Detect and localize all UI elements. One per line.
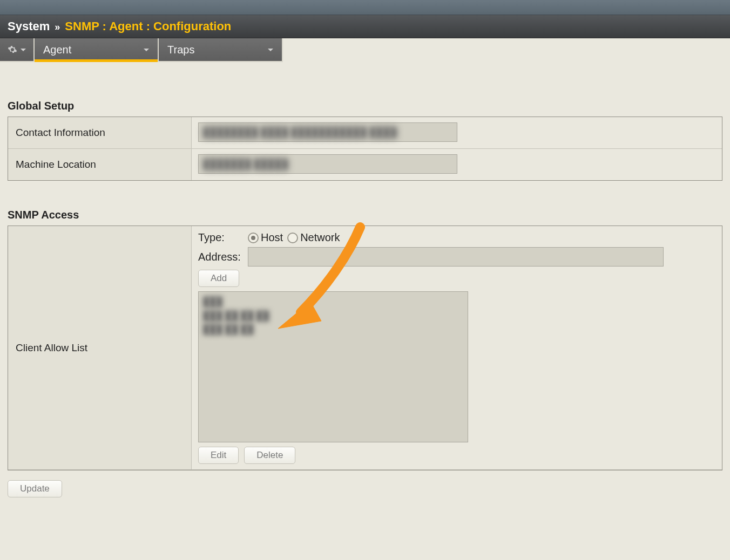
field-label: Machine Location <box>8 149 192 180</box>
delete-button[interactable]: Delete <box>244 447 295 464</box>
row-client-allow-list: Client Allow List Type: Host Network Add… <box>8 226 722 470</box>
contact-information-input[interactable]: ████████ ████ ███████████ ████ <box>198 122 457 142</box>
window-top-bar <box>0 0 730 15</box>
add-button[interactable]: Add <box>198 270 239 287</box>
update-button[interactable]: Update <box>8 480 62 497</box>
chevron-down-icon <box>21 49 26 51</box>
gear-icon <box>8 45 17 54</box>
list-item[interactable]: ███ <box>203 295 463 309</box>
tab-settings-menu[interactable] <box>0 38 35 62</box>
edit-button[interactable]: Edit <box>198 447 239 464</box>
tab-traps[interactable]: Traps <box>159 38 283 62</box>
address-label: Address: <box>198 251 248 263</box>
chevron-down-icon <box>144 49 149 51</box>
breadcrumb-separator: » <box>55 22 60 32</box>
breadcrumb-prefix: System <box>8 19 50 33</box>
radio-type-host[interactable] <box>248 233 259 243</box>
client-allow-listbox[interactable]: ███ ███ ██ ██ ██ ███ ██ ██ <box>198 291 468 442</box>
section-title-global-setup: Global Setup <box>8 100 722 112</box>
field-label: Client Allow List <box>8 226 192 469</box>
list-item[interactable]: ███ ██ ██ <box>203 323 463 337</box>
type-label: Type: <box>198 231 248 244</box>
radio-label-network: Network <box>300 231 340 244</box>
tab-agent[interactable]: Agent <box>35 38 159 62</box>
chevron-down-icon <box>268 49 273 51</box>
field-label: Contact Information <box>8 117 192 148</box>
tab-strip: Agent Traps <box>0 38 730 62</box>
list-item[interactable]: ███ ██ ██ ██ <box>203 309 463 323</box>
radio-label-host: Host <box>261 231 283 244</box>
row-contact-information: Contact Information ████████ ████ ██████… <box>8 117 722 149</box>
address-row: Address: <box>198 247 715 267</box>
panel-global-setup: Contact Information ████████ ████ ██████… <box>8 117 722 181</box>
panel-snmp-access: Client Allow List Type: Host Network Add… <box>8 226 722 470</box>
section-title-snmp-access: SNMP Access <box>8 209 722 221</box>
tab-label: Traps <box>167 44 194 56</box>
type-row: Type: Host Network <box>198 231 715 244</box>
address-input[interactable] <box>248 247 664 267</box>
tab-label: Agent <box>43 44 71 56</box>
breadcrumb: System » SNMP : Agent : Configuration <box>0 15 730 38</box>
breadcrumb-path: SNMP : Agent : Configuration <box>65 19 231 33</box>
row-machine-location: Machine Location ███████ █████ <box>8 149 722 180</box>
radio-type-network[interactable] <box>287 233 298 243</box>
machine-location-input[interactable]: ███████ █████ <box>198 154 457 174</box>
